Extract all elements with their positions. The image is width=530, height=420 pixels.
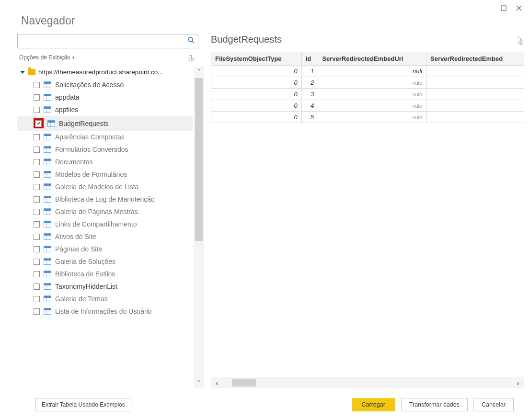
tree-item-checkbox[interactable]	[34, 107, 40, 113]
table-row[interactable]: 03nulo	[211, 89, 524, 100]
tree-item[interactable]: appdata	[17, 91, 193, 103]
tree-item[interactable]: Galeria de Páginas Mestras	[17, 205, 193, 218]
table-icon	[44, 106, 51, 113]
tree-item-checkbox[interactable]	[34, 184, 40, 190]
tree-item-checkbox[interactable]	[34, 82, 40, 88]
tree-item-label: Galeria de Temas	[55, 295, 107, 303]
scroll-thumb[interactable]	[195, 78, 203, 241]
refresh-tree-button[interactable]	[191, 53, 198, 62]
extract-table-button[interactable]: Extrair Tabela Usando Exemplos	[35, 398, 131, 411]
load-button[interactable]: Carregar	[352, 398, 395, 411]
tree-item-checkbox[interactable]	[34, 134, 40, 140]
cell: 3	[301, 89, 318, 100]
tree-item-checkbox[interactable]	[35, 120, 42, 126]
tree-item[interactable]: Modelos de Formulários	[17, 168, 193, 181]
tree-item-label: TaxonomyHiddenList	[55, 283, 117, 290]
tree-item[interactable]: Aparências Compostas	[17, 131, 193, 143]
window-restore-button[interactable]	[499, 4, 508, 12]
tree-item[interactable]: Biblioteca de Estilos	[17, 268, 193, 280]
cell: nulo	[318, 100, 426, 112]
cell	[426, 66, 524, 77]
column-header[interactable]: FileSystemObjectType	[211, 52, 302, 66]
table-row[interactable]: 05nulo	[211, 112, 524, 123]
tree-item-label: Galeria de Páginas Mestras	[55, 208, 138, 216]
table-icon	[44, 146, 51, 153]
display-options-button[interactable]: Opções de Exibição ▾	[19, 54, 75, 61]
tree-item[interactable]: appfiles	[17, 103, 193, 116]
cell: 0	[211, 112, 302, 123]
search-icon[interactable]	[187, 36, 195, 46]
navigator-tree[interactable]: https://themeasuredproduct.sharepoint.co…	[17, 67, 194, 388]
tree-item-checkbox[interactable]	[34, 284, 40, 290]
table-row[interactable]: 02nulo	[211, 77, 524, 89]
tree-item[interactable]: Biblioteca de Log de Manutenção	[17, 193, 193, 205]
table-icon	[44, 159, 51, 165]
table-row[interactable]: 01null	[211, 66, 524, 77]
tree-item-checkbox[interactable]	[34, 296, 40, 302]
tree-item[interactable]: TaxonomyHiddenList	[17, 280, 193, 293]
tree-item[interactable]: Solicitações de Acesso	[17, 79, 193, 91]
dropdown-indicator-icon: ▾	[72, 55, 75, 60]
tree-item-checkbox[interactable]	[34, 308, 40, 315]
preview-title: BudgetRequests	[211, 34, 282, 45]
table-row[interactable]: 04nulo	[211, 100, 524, 112]
tree-item-checkbox[interactable]	[34, 246, 40, 252]
tree-item-checkbox[interactable]	[34, 171, 40, 178]
hscroll-thumb[interactable]	[232, 379, 256, 386]
tree-item-checkbox[interactable]	[34, 196, 40, 203]
tree-item[interactable]: Páginas do Site	[17, 243, 193, 255]
tree-item[interactable]: Documentos	[17, 156, 193, 168]
tree-item[interactable]: Ativos do Site	[17, 230, 193, 243]
tree-item-checkbox[interactable]	[34, 209, 40, 215]
svg-line-2	[192, 41, 194, 43]
tree-item-label: appdata	[55, 93, 80, 101]
tree-item-label: Links de Compartilhamento	[55, 220, 137, 228]
expand-collapse-icon[interactable]	[20, 71, 25, 74]
horizontal-scrollbar[interactable]: ‹ ›	[211, 377, 524, 388]
tree-item[interactable]: BudgetRequests	[17, 116, 193, 131]
tree-item[interactable]: Galeria de Temas	[17, 293, 193, 305]
table-icon	[44, 171, 51, 178]
scroll-up-icon[interactable]: ˄	[194, 67, 204, 77]
tree-item-checkbox[interactable]	[34, 234, 40, 240]
tree-item-checkbox[interactable]	[34, 159, 40, 165]
cancel-button[interactable]: Cancelar	[473, 398, 514, 411]
transform-data-button[interactable]: Transformar dados	[401, 398, 468, 411]
column-header[interactable]: ServerRedirectedEmbed	[426, 52, 524, 66]
tree-item-checkbox[interactable]	[34, 259, 40, 265]
refresh-preview-button[interactable]	[520, 36, 521, 43]
table-icon	[47, 120, 55, 127]
tree-root-node[interactable]: https://themeasuredproduct.sharepoint.co…	[17, 67, 193, 79]
table-icon	[44, 196, 51, 203]
column-header[interactable]: ServerRedirectedEmbedUri	[318, 52, 426, 66]
cell: 4	[301, 100, 318, 112]
window-close-button[interactable]	[515, 4, 523, 12]
cell: nulo	[318, 112, 426, 123]
tree-item[interactable]: Formulários Convertidos	[17, 143, 193, 156]
search-input-container[interactable]	[17, 34, 198, 48]
cell: 5	[301, 112, 318, 123]
tree-item[interactable]: Galeria de Modelos de Lista	[17, 181, 193, 193]
tree-item-label: Galeria de Soluções	[55, 258, 115, 265]
tree-item[interactable]: Links de Compartilhamento	[17, 218, 193, 230]
tree-item[interactable]: Lista de Informações do Usuário	[17, 305, 193, 318]
cell: 0	[211, 77, 302, 89]
tree-item-label: Aparências Compostas	[55, 133, 125, 141]
navigator-left-pane: Opções de Exibição ▾ https://themeasured…	[17, 34, 204, 388]
scroll-left-icon[interactable]: ‹	[211, 379, 223, 387]
search-input[interactable]	[21, 37, 187, 45]
tree-item-label: Galeria de Modelos de Lista	[55, 183, 138, 191]
tree-item-checkbox[interactable]	[34, 271, 40, 277]
tree-item[interactable]: Galeria de Soluções	[17, 255, 193, 268]
column-header[interactable]: Id	[301, 52, 318, 66]
tree-item-checkbox[interactable]	[34, 94, 40, 101]
tree-item-label: BudgetRequests	[59, 120, 109, 127]
cell: null	[318, 66, 426, 77]
scroll-right-icon[interactable]: ›	[512, 379, 524, 387]
cell: 0	[211, 89, 302, 100]
scroll-down-icon[interactable]: ˅	[194, 378, 204, 388]
tree-item-checkbox[interactable]	[34, 147, 40, 153]
cell	[426, 89, 524, 100]
tree-item-checkbox[interactable]	[34, 221, 40, 227]
tree-scrollbar[interactable]: ˄ ˅	[194, 67, 204, 388]
